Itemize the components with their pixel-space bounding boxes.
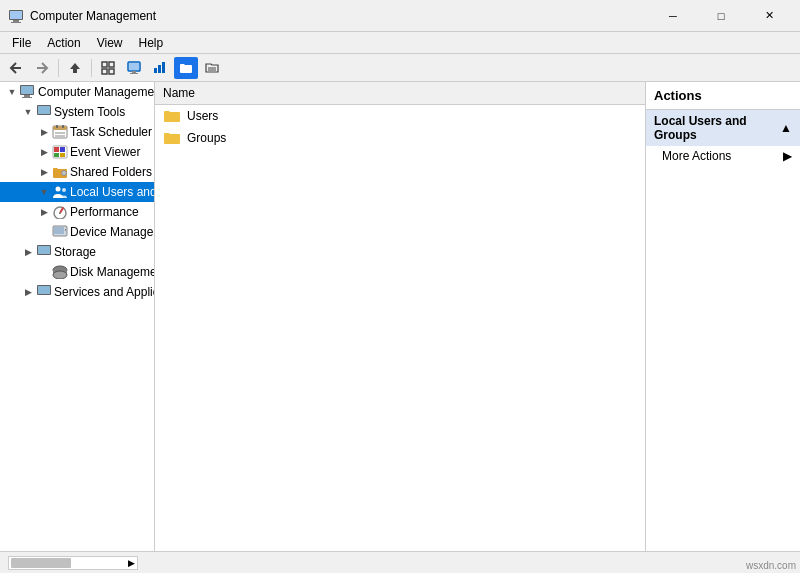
more-actions-arrow-icon: ▶ (783, 149, 792, 163)
performance-icon (52, 204, 68, 220)
event-viewer-icon (52, 144, 68, 160)
local-users-icon (52, 184, 68, 200)
toolbar-computer[interactable] (122, 57, 146, 79)
content-header: Name (155, 82, 645, 105)
task-scheduler-icon (52, 124, 68, 140)
window-title: Computer Management (30, 9, 650, 23)
groups-folder-icon (163, 130, 183, 146)
actions-more-actions[interactable]: More Actions ▶ (646, 146, 800, 166)
tree-item-services-applications[interactable]: ▶ Services and Applications (0, 282, 154, 302)
toolbar-folder-blue[interactable] (174, 57, 198, 79)
system-tools-icon (36, 104, 52, 120)
svg-rect-34 (54, 153, 59, 157)
svg-rect-52 (38, 286, 50, 294)
svg-rect-32 (54, 147, 59, 152)
watermark: wsxdn.com (746, 560, 796, 571)
disk-management-icon (52, 264, 68, 280)
app-icon (8, 8, 24, 24)
tree-item-label-event-viewer: Event Viewer (70, 145, 140, 159)
menu-help[interactable]: Help (131, 34, 172, 52)
svg-rect-6 (102, 62, 107, 67)
actions-panel: Actions Local Users and Groups ▲ More Ac… (645, 82, 800, 551)
svg-rect-22 (22, 97, 32, 98)
main-container: ▼ Computer Management (Loca ▼ System (0, 82, 800, 551)
tree-item-label-storage: Storage (54, 245, 96, 259)
shared-folders-icon (52, 164, 68, 180)
maximize-button[interactable]: □ (698, 0, 744, 32)
svg-point-39 (56, 187, 61, 192)
actions-section-collapse-icon: ▲ (780, 121, 792, 135)
tree-item-computer-management[interactable]: ▼ Computer Management (Loca (0, 82, 154, 102)
svg-rect-15 (158, 65, 161, 73)
menu-bar: File Action View Help (0, 32, 800, 54)
svg-rect-12 (132, 71, 136, 73)
toolbar-up[interactable] (63, 57, 87, 79)
svg-point-42 (59, 212, 61, 214)
svg-point-40 (62, 188, 66, 192)
svg-rect-21 (24, 95, 30, 97)
expand-icon-storage: ▶ (20, 247, 36, 257)
tree-item-system-tools[interactable]: ▼ System Tools (0, 102, 154, 122)
tree-item-device-manager[interactable]: Device Manager (0, 222, 154, 242)
close-button[interactable]: ✕ (746, 0, 792, 32)
svg-rect-16 (162, 62, 165, 73)
toolbar-back[interactable] (4, 57, 28, 79)
scrollbar-thumb[interactable] (11, 558, 71, 568)
window-controls: ─ □ ✕ (650, 0, 792, 32)
tree-item-storage[interactable]: ▶ Storage (0, 242, 154, 262)
more-actions-label: More Actions (662, 149, 731, 163)
tree-item-label-system-tools: System Tools (54, 105, 125, 119)
tree-item-label-services-applications: Services and Applications (54, 285, 155, 299)
svg-rect-33 (60, 147, 65, 152)
tree-item-label-computer-management: Computer Management (Loca (38, 85, 155, 99)
svg-rect-2 (13, 20, 19, 22)
svg-rect-1 (10, 11, 22, 19)
tree-item-label-performance: Performance (70, 205, 139, 219)
toolbar-forward[interactable] (30, 57, 54, 79)
status-bar: ▶ (0, 551, 800, 573)
menu-file[interactable]: File (4, 34, 39, 52)
actions-section-label: Local Users and Groups (654, 114, 780, 142)
tree-item-label-local-users-groups: Local Users and Groups (70, 185, 155, 199)
device-manager-icon (52, 224, 68, 240)
tree-item-task-scheduler[interactable]: ▶ Task Scheduler (0, 122, 154, 142)
svg-rect-20 (21, 86, 33, 94)
svg-point-36 (62, 171, 67, 176)
content-row-groups[interactable]: Groups (155, 127, 645, 149)
expand-icon-performance: ▶ (36, 207, 52, 217)
svg-rect-24 (38, 106, 50, 114)
toolbar-sep-2 (91, 59, 92, 77)
tree-item-local-users-groups[interactable]: ▼ Local Users and Groups (0, 182, 154, 202)
svg-rect-47 (38, 246, 50, 254)
svg-rect-26 (53, 126, 67, 130)
toolbar-show-hide[interactable] (96, 57, 120, 79)
expand-icon-local-users-groups: ▼ (36, 187, 52, 197)
actions-section-local-users-groups[interactable]: Local Users and Groups ▲ (646, 110, 800, 146)
services-icon (36, 284, 52, 300)
expand-icon-task-scheduler: ▶ (36, 127, 52, 137)
tree-item-label-device-manager: Device Manager (70, 225, 155, 239)
svg-rect-3 (11, 22, 21, 23)
toolbar-sep-1 (58, 59, 59, 77)
minimize-button[interactable]: ─ (650, 0, 696, 32)
svg-rect-14 (154, 68, 157, 73)
toolbar-graph[interactable] (148, 57, 172, 79)
users-folder-icon (163, 108, 183, 124)
title-bar: Computer Management ─ □ ✕ (0, 0, 800, 32)
svg-rect-35 (60, 153, 65, 157)
tree-item-label-task-scheduler: Task Scheduler (70, 125, 152, 139)
content-row-users[interactable]: Users (155, 105, 645, 127)
tree-item-disk-management[interactable]: Disk Management (0, 262, 154, 282)
scroll-right-arrow[interactable]: ▶ (128, 558, 135, 568)
expand-icon-services-applications: ▶ (20, 287, 36, 297)
content-panel: Name Users Groups (155, 82, 645, 551)
svg-rect-45 (65, 229, 66, 231)
toolbar-folder-list[interactable] (200, 57, 224, 79)
tree-item-shared-folders[interactable]: ▶ Shared Folders (0, 162, 154, 182)
menu-view[interactable]: View (89, 34, 131, 52)
tree-item-performance[interactable]: ▶ Performance (0, 202, 154, 222)
horizontal-scrollbar[interactable]: ▶ (8, 556, 138, 570)
expand-icon-system-tools: ▼ (20, 107, 36, 117)
tree-item-event-viewer[interactable]: ▶ Event Viewer (0, 142, 154, 162)
menu-action[interactable]: Action (39, 34, 88, 52)
